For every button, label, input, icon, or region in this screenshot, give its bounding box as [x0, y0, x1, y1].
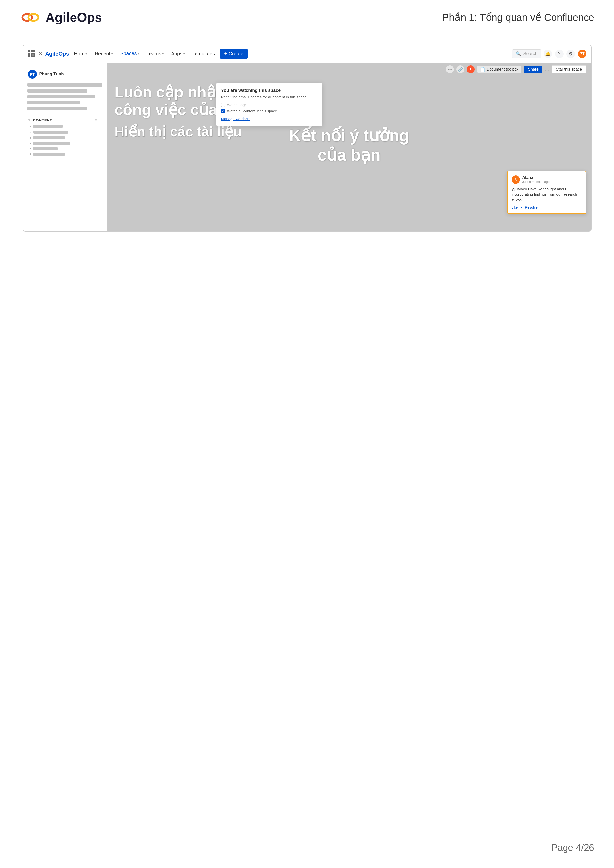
link-icon[interactable]: 🔗	[456, 65, 464, 73]
confluence-nav: ✕ AgileOps Home Recent ▾ Spaces ▾ Teams …	[23, 45, 591, 63]
more-button[interactable]: ...	[545, 67, 549, 72]
sidebar-tree-row-2: ›	[25, 129, 104, 135]
centre-text-big: Kết nối ý tưởng của bạn	[289, 126, 409, 165]
sidebar-ph-3	[28, 95, 95, 98]
help-icon[interactable]: ?	[555, 50, 563, 58]
watch-page-option[interactable]: Watch page	[221, 103, 317, 107]
sidebar-ph-4	[28, 101, 80, 104]
sidebar-section-icons: ≡ +	[94, 118, 101, 122]
row2-chevron[interactable]: ›	[30, 130, 31, 134]
content-chevron[interactable]: ▾	[28, 118, 30, 122]
action-separator: •	[521, 205, 522, 209]
tree-dot-6	[30, 153, 31, 155]
tree-ph-1	[33, 125, 63, 128]
nav-home[interactable]: Home	[71, 50, 90, 58]
nav-icon-group: 🔔 ? ⚙ PT	[544, 50, 586, 58]
confluence-body: PT Phung Trinh ▾ CONTENT ≡ +	[23, 63, 591, 231]
centre-line1: Kết nối ý tưởng	[289, 126, 409, 144]
sidebar-tree-row-5	[25, 146, 104, 152]
spaces-chevron: ▾	[138, 52, 140, 56]
close-icon[interactable]: ✕	[38, 51, 43, 57]
confluence-sidebar: PT Phung Trinh ▾ CONTENT ≡ +	[23, 63, 107, 231]
comment-avatar: A	[512, 175, 520, 184]
sidebar-username: Phung Trinh	[39, 72, 64, 77]
resolve-button[interactable]: Resolve	[525, 205, 538, 209]
document-header: AgileOps Phần 1: Tổng quan về Confluence	[0, 0, 614, 30]
doc-toolbar: ✏ 🔗 👁 📄 Document toolbox Share ... Star …	[107, 63, 591, 76]
sidebar-ph-5	[28, 107, 87, 110]
teams-chevron: ▾	[162, 52, 164, 56]
tree-dot-5	[30, 148, 31, 149]
watch-icon[interactable]: 👁	[467, 65, 474, 73]
svg-point-1	[28, 14, 38, 21]
tree-ph-6	[33, 153, 65, 156]
comment-popup: A Alana Just a moment ago @Harvey Have w…	[507, 171, 586, 214]
filter-icon[interactable]: ≡	[94, 118, 97, 122]
confluence-main-inner: ✏ 🔗 👁 📄 Document toolbox Share ... Star …	[107, 63, 591, 221]
nav-teams[interactable]: Teams ▾	[144, 50, 166, 58]
comment-author-block: Alana Just a moment ago	[523, 175, 550, 184]
like-button[interactable]: Like	[512, 205, 518, 209]
tree-dot-3	[30, 137, 31, 139]
nav-recent[interactable]: Recent ▾	[92, 50, 115, 58]
tree-ph-3	[33, 136, 65, 139]
nav-templates[interactable]: Templates	[190, 50, 217, 58]
create-button[interactable]: + Create	[220, 49, 248, 59]
share-button[interactable]: Share	[524, 65, 543, 73]
settings-icon[interactable]: ⚙	[566, 50, 575, 58]
sidebar-tree-row-3	[25, 135, 104, 141]
tree-dot-4	[30, 143, 31, 144]
nav-apps[interactable]: Apps ▾	[169, 50, 188, 58]
add-icon[interactable]: +	[99, 118, 101, 122]
watch-page-checkbox[interactable]	[221, 103, 225, 107]
tree-dot	[30, 126, 31, 127]
centre-text: Kết nối ý tưởng của bạn	[289, 126, 409, 165]
page-title: Phần 1: Tổng quan về Confluence	[442, 12, 594, 23]
agileops-logo-icon	[20, 10, 42, 25]
sidebar-content-label: ▾ CONTENT ≡ +	[25, 116, 104, 124]
comment-actions: Like • Resolve	[512, 205, 582, 209]
watch-popup: You are watching this space Receiving em…	[216, 83, 323, 126]
comment-author: Alana	[523, 175, 550, 180]
sidebar-tree-row-1	[25, 124, 104, 129]
screenshot-container: ✕ AgileOps Home Recent ▾ Spaces ▾ Teams …	[23, 45, 592, 232]
sidebar-placeholders-top	[25, 83, 104, 110]
watch-popup-title: You are watching this space	[221, 88, 317, 93]
comment-header: A Alana Just a moment ago	[512, 175, 582, 184]
search-icon: 🔍	[516, 51, 521, 57]
watch-all-checkbox[interactable]	[221, 109, 225, 113]
logo-area: AgileOps	[20, 10, 102, 25]
grid-icon[interactable]	[28, 50, 36, 58]
sidebar-ph-1	[28, 83, 102, 87]
sidebar-ph-2	[28, 89, 87, 93]
nav-brand: AgileOps	[45, 51, 69, 57]
document-toolbox-button[interactable]: 📄 Document toolbox	[477, 66, 521, 73]
star-button[interactable]: Star this space	[552, 65, 586, 73]
search-placeholder: Search	[523, 51, 537, 56]
search-box[interactable]: 🔍 Search	[512, 50, 541, 58]
logo-text: AgileOps	[45, 10, 102, 25]
main-content: ✕ AgileOps Home Recent ▾ Spaces ▾ Teams …	[0, 30, 614, 246]
tree-ph-4	[33, 142, 70, 145]
sidebar-tree-row-6	[25, 152, 104, 157]
hero-title: Luôn cập nhật các công việc của nhóm	[115, 83, 581, 119]
apps-chevron: ▾	[183, 52, 185, 56]
page-footer: Page 4/26	[551, 843, 594, 853]
notification-icon[interactable]: 🔔	[544, 50, 552, 58]
sidebar-avatar: PT	[28, 70, 37, 79]
user-avatar[interactable]: PT	[578, 50, 586, 58]
edit-icon[interactable]: ✏	[446, 65, 454, 73]
comment-time: Just a moment ago	[523, 180, 550, 184]
recent-chevron: ▾	[112, 52, 113, 56]
doc-icon: 📄	[480, 67, 485, 72]
nav-spaces[interactable]: Spaces ▾	[118, 49, 142, 58]
watch-popup-desc: Receiving email updates for all content …	[221, 95, 317, 99]
watch-all-option[interactable]: Watch all content in this space	[221, 109, 317, 113]
hero-area: Luôn cập nhật các công việc của nhóm	[107, 76, 591, 121]
comment-body: @Harvey Have we thought about incorporat…	[512, 186, 582, 203]
manage-watchers-link[interactable]: Manage watchers	[221, 116, 250, 121]
tree-ph-5	[33, 147, 58, 150]
centre-line2: của bạn	[318, 146, 380, 164]
sidebar-tree-row-4	[25, 141, 104, 146]
confluence-main: ✏ 🔗 👁 📄 Document toolbox Share ... Star …	[107, 63, 591, 231]
